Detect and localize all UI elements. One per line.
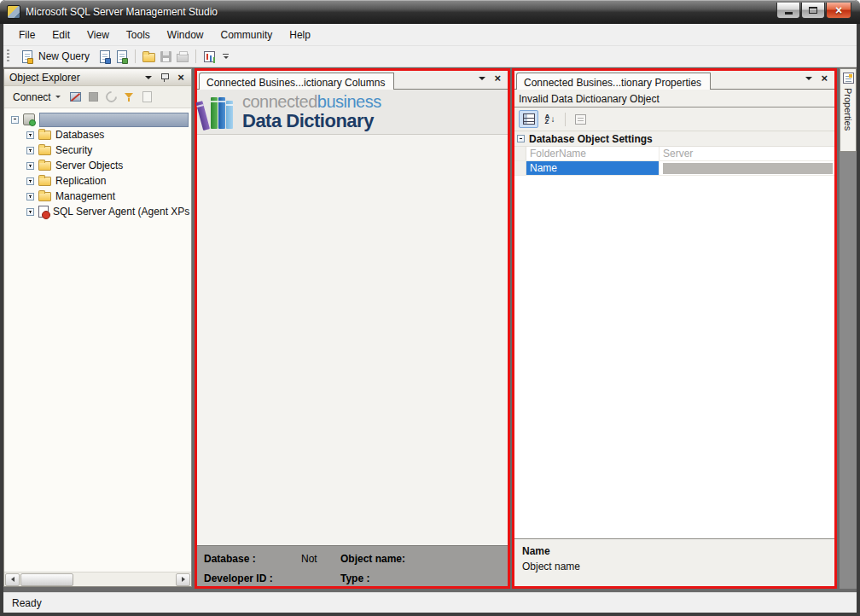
- expand-icon[interactable]: [26, 177, 34, 185]
- logo-subtitle: Data Dictionary: [242, 111, 381, 131]
- activity-monitor-icon[interactable]: [202, 49, 216, 63]
- save-icon: [159, 49, 172, 63]
- property-value: [660, 161, 834, 175]
- open-file-icon[interactable]: [142, 49, 155, 63]
- properties-autohide-tab[interactable]: Properties: [840, 68, 857, 152]
- server-icon: [23, 113, 35, 125]
- minimize-button[interactable]: [776, 3, 800, 19]
- scroll-right-button[interactable]: [176, 573, 190, 586]
- menu-view[interactable]: View: [78, 26, 118, 44]
- object-explorer-panel: Object Explorer × Connect: [3, 68, 192, 587]
- object-explorer-tree: Databases Security Server Objects Replic…: [4, 108, 191, 572]
- tree-item-security[interactable]: Security: [4, 142, 191, 158]
- alphabetical-sort-icon: AZ↓: [545, 114, 555, 125]
- menu-help[interactable]: Help: [281, 26, 319, 44]
- tab-strip-controls: ×: [479, 73, 508, 89]
- window-title: Microsoft SQL Server Management Studio: [26, 6, 218, 18]
- tab-data-dictionary-properties[interactable]: Connected Busines...tionary Properties: [516, 73, 711, 90]
- properties-tab-label: Properties: [843, 88, 853, 131]
- connect-button[interactable]: Connect: [8, 89, 66, 106]
- invalid-object-message: Invalid Data Dictioanary Object: [514, 90, 834, 108]
- property-help-pane: Name Object name: [514, 538, 834, 586]
- menu-community[interactable]: Community: [212, 26, 282, 44]
- menu-window[interactable]: Window: [159, 26, 212, 44]
- title-bar[interactable]: Microsoft SQL Server Management Studio ×: [0, 0, 860, 24]
- database-label: Database :: [204, 553, 256, 565]
- help-property-description: Object name: [522, 561, 827, 572]
- categorized-button[interactable]: [519, 110, 538, 128]
- close-icon: ×: [177, 72, 184, 83]
- maximize-icon: [809, 7, 817, 14]
- new-query-button[interactable]: New Query: [15, 48, 95, 65]
- tree-item-sql-server-agent[interactable]: SQL Server Agent (Agent XPs: [4, 204, 191, 219]
- active-files-dropdown-icon[interactable]: [805, 77, 812, 80]
- alphabetical-sort-button[interactable]: AZ↓: [540, 110, 560, 128]
- tab-data-dictionary-columns[interactable]: Connected Busines...ictionary Columns: [199, 73, 394, 90]
- database-engine-query-icon[interactable]: [98, 49, 112, 63]
- active-files-dropdown-icon[interactable]: [479, 77, 485, 80]
- sql-agent-icon: [38, 206, 49, 218]
- expand-icon[interactable]: [26, 131, 34, 139]
- expand-icon[interactable]: [26, 208, 34, 216]
- analysis-services-query-icon[interactable]: [115, 49, 129, 63]
- property-row-foldername[interactable]: FolderName Server: [514, 147, 834, 161]
- close-document-icon[interactable]: ×: [821, 73, 828, 84]
- disconnect-icon[interactable]: [67, 89, 84, 105]
- expand-icon[interactable]: [26, 162, 34, 170]
- refresh-icon: [103, 89, 119, 105]
- scroll-right-icon: [182, 577, 185, 582]
- object-explorer-header: Object Explorer ×: [4, 69, 191, 86]
- object-name-label: Object name:: [340, 553, 405, 565]
- scroll-left-button[interactable]: [5, 573, 20, 586]
- document-body: [197, 135, 508, 545]
- window-position-button[interactable]: [142, 71, 155, 84]
- expand-icon[interactable]: [26, 193, 34, 200]
- menu-bar: File Edit View Tools Window Community He…: [3, 24, 857, 46]
- new-query-icon: [20, 49, 34, 63]
- data-dictionary-document-panel: Connected Busines...ictionary Columns × …: [195, 68, 510, 589]
- scrollbar-track[interactable]: [20, 573, 175, 586]
- menu-tools[interactable]: Tools: [118, 26, 159, 44]
- toolbar-separator: [565, 113, 566, 126]
- menu-file[interactable]: File: [10, 26, 44, 44]
- standard-toolbar: New Query: [3, 46, 857, 67]
- overflow-chevron-icon: [224, 56, 229, 59]
- category-database-object-settings[interactable]: Database Object Settings: [514, 131, 834, 147]
- maximize-button[interactable]: [801, 3, 825, 19]
- toolbar-grip[interactable]: [7, 49, 9, 63]
- menu-edit[interactable]: Edit: [44, 26, 78, 44]
- chevron-down-icon: [145, 76, 152, 79]
- tree-item-label: Security: [55, 144, 92, 156]
- close-button[interactable]: ×: [826, 3, 851, 19]
- object-explorer-close-button[interactable]: ×: [174, 71, 188, 84]
- categorized-icon: [523, 113, 535, 125]
- tree-item-label: Databases: [55, 129, 104, 141]
- horizontal-scrollbar[interactable]: [4, 572, 191, 586]
- close-icon: ×: [835, 4, 842, 16]
- app-icon: [7, 5, 20, 19]
- tree-item-replication[interactable]: Replication: [4, 173, 191, 189]
- tree-item-databases[interactable]: Databases: [4, 127, 191, 142]
- folder-icon: [38, 177, 51, 186]
- tab-strip-controls: ×: [805, 73, 834, 89]
- auto-hide-button[interactable]: [158, 71, 171, 84]
- expand-icon[interactable]: [26, 147, 34, 154]
- close-document-icon[interactable]: ×: [494, 73, 501, 84]
- tree-item-server-objects[interactable]: Server Objects: [4, 158, 191, 173]
- print-icon: [176, 49, 189, 63]
- minimize-icon: [785, 12, 793, 15]
- collapse-expander-icon[interactable]: [517, 135, 525, 142]
- tree-item-server[interactable]: [4, 112, 191, 127]
- property-row-name[interactable]: Name: [514, 161, 834, 176]
- row-indent: [514, 161, 526, 175]
- toolbar-separator: [135, 49, 136, 63]
- tree-item-management[interactable]: Management: [4, 189, 191, 204]
- toolbar-overflow-button[interactable]: [221, 52, 230, 61]
- filter-icon[interactable]: [121, 89, 137, 105]
- property-pages-button: [571, 110, 590, 128]
- property-name: Name: [526, 161, 660, 175]
- collapse-expander-icon[interactable]: [11, 116, 19, 124]
- scrollbar-thumb[interactable]: [20, 573, 73, 586]
- folder-icon: [38, 146, 51, 155]
- property-pages-icon: [575, 114, 586, 125]
